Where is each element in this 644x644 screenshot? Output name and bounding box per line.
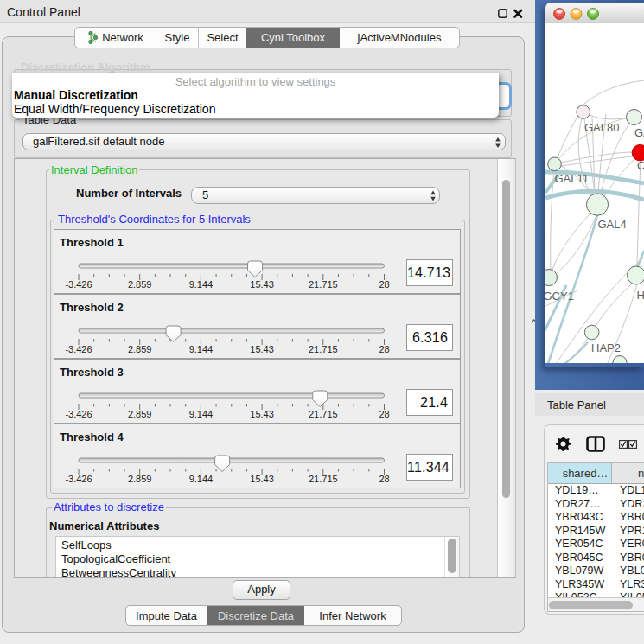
svg-text:HAP2: HAP2 [591, 341, 621, 354]
svg-text:-3.426: -3.426 [65, 409, 92, 419]
svg-text:21.715: 21.715 [309, 344, 338, 354]
svg-text:GAL4: GAL4 [598, 218, 627, 231]
svg-text:-3.426: -3.426 [65, 279, 92, 290]
svg-text:21.715: 21.715 [309, 474, 338, 484]
svg-text:-3.426: -3.426 [65, 344, 92, 354]
svg-text:15.43: 15.43 [250, 344, 274, 354]
svg-text:9.144: 9.144 [189, 474, 214, 484]
svg-text:21.715: 21.715 [309, 409, 338, 419]
svg-text:2.859: 2.859 [128, 409, 152, 419]
svg-text:15.43: 15.43 [250, 279, 274, 290]
svg-text:GCY1: GCY1 [545, 290, 574, 303]
svg-text:2.859: 2.859 [128, 344, 152, 354]
svg-text:CRP1: CRP1 [637, 159, 644, 172]
svg-text:GAL11: GAL11 [555, 172, 590, 185]
svg-text:9.144: 9.144 [189, 409, 214, 419]
svg-text:28: 28 [379, 279, 389, 290]
svg-text:9.144: 9.144 [189, 279, 214, 290]
svg-text:15.43: 15.43 [250, 409, 274, 419]
svg-text:21.715: 21.715 [309, 279, 338, 290]
svg-text:2.859: 2.859 [128, 474, 152, 484]
svg-text:28: 28 [379, 474, 389, 484]
svg-text:GAL3: GAL3 [634, 126, 644, 139]
svg-text:28: 28 [379, 344, 389, 354]
svg-text:HIS4: HIS4 [637, 289, 644, 302]
svg-text:28: 28 [379, 409, 389, 419]
svg-text:15.43: 15.43 [250, 474, 274, 484]
svg-text:2.859: 2.859 [128, 279, 152, 290]
svg-text:-3.426: -3.426 [65, 474, 92, 484]
svg-text:9.144: 9.144 [189, 344, 214, 354]
svg-text:GAL80: GAL80 [584, 121, 619, 134]
